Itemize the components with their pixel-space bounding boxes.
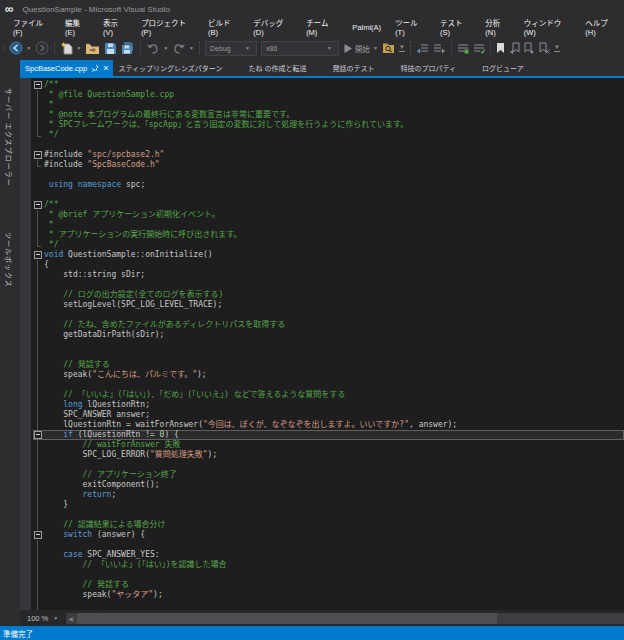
tab-label: 特技のプロパティ <box>400 63 456 73</box>
code-text: SPC_ANSWER answer; <box>44 410 150 420</box>
back-dropdown-caret[interactable]: ▼ <box>26 45 31 51</box>
new-project-dropdown-caret[interactable]: ▼ <box>76 45 81 51</box>
fold-toggle-icon[interactable] <box>33 530 44 540</box>
toolbar-grip-handle[interactable]: ⁞ <box>3 44 4 53</box>
menu-item-test[interactable]: テスト(S) <box>433 17 478 37</box>
scroll-left-arrow-icon[interactable]: ◀ <box>66 615 73 622</box>
code-text: // 発話する <box>44 360 110 370</box>
fold-guide <box>33 190 44 200</box>
toolbar-overflow-button[interactable]: ▼ <box>554 44 560 52</box>
next-bookmark-icon <box>524 42 535 54</box>
fold-guide <box>33 180 44 190</box>
new-project-button[interactable] <box>58 39 75 57</box>
code-line <box>33 190 624 200</box>
code-line: * @brief アプリケーション初期化イベント。 <box>33 210 624 220</box>
code-text: setLogLevel(SPC_LOG_LEVEL_TRACE); <box>44 300 222 310</box>
menu-item-file[interactable]: ファイル(F) <box>6 17 58 37</box>
tab-document-4[interactable]: 特技のプロパティ <box>395 60 461 76</box>
fold-guide <box>33 550 44 560</box>
side-tab-server-explorer[interactable]: サーバー エクスプローラー <box>4 88 14 187</box>
comment-out-button[interactable] <box>455 39 471 57</box>
redo-button[interactable] <box>170 39 188 57</box>
menu-item-tools[interactable]: ツール(T) <box>388 17 433 37</box>
toggle-bookmark-button[interactable] <box>494 39 507 57</box>
fold-guide <box>33 120 44 130</box>
redo-dropdown-caret[interactable]: ▼ <box>189 45 194 51</box>
menu-item-debug[interactable]: デバッグ(D) <box>246 17 299 37</box>
menu-item-edit[interactable]: 編集(E) <box>58 17 96 37</box>
start-debug-button[interactable]: 開始 <box>341 39 372 57</box>
save-button[interactable] <box>102 39 119 57</box>
code-text: /** <box>44 80 58 90</box>
fold-guide <box>33 210 44 220</box>
code-text: { <box>44 260 49 270</box>
code-line <box>33 380 624 390</box>
find-in-files-button[interactable] <box>380 39 397 57</box>
visual-studio-logo-icon: ∞ <box>5 3 14 15</box>
horizontal-scrollbar-thumb[interactable] <box>77 613 497 624</box>
fold-guide <box>33 220 44 230</box>
fold-toggle-icon[interactable] <box>33 430 44 440</box>
navigate-forward-list-button[interactable] <box>431 39 448 57</box>
code-line: SPC_ANSWER answer; <box>33 410 624 420</box>
save-all-button[interactable] <box>119 39 137 57</box>
fold-guide <box>33 480 44 490</box>
menu-item-analyze[interactable]: 分析(N) <box>478 17 516 37</box>
document-well: SpcBaseCode.cpp×スティップリングレンズパターンたね の作成と転送… <box>20 60 624 626</box>
code-line <box>33 460 624 470</box>
tab-active-document[interactable]: SpcBaseCode.cpp× <box>20 60 113 76</box>
fold-toggle-icon[interactable] <box>33 80 44 90</box>
tab-document-3[interactable]: 発話のテスト <box>327 60 379 76</box>
start-dropdown-caret[interactable]: ▼ <box>373 45 378 51</box>
menu-item-palmi[interactable]: Palmi(A) <box>345 23 388 32</box>
code-line: /** <box>33 200 624 210</box>
undo-button[interactable] <box>144 39 162 57</box>
toolbar: ⁞ ▼ ▼ ▼ ▼ Debug▼ x86▼ 開始 ▼ ▼ <box>0 36 624 60</box>
tab-document-2[interactable]: たね の作成と転送 <box>243 60 311 76</box>
solution-platform-combobox[interactable]: x86▼ <box>261 41 339 56</box>
window-title: QuestionSample - Microsoft Visual Studio <box>23 5 170 14</box>
code-line: long lQuestionRtn; <box>33 400 624 410</box>
code-text: * @file QuestionSample.cpp <box>44 90 174 100</box>
navigate-forward-button[interactable] <box>33 39 51 57</box>
next-bookmark-button[interactable] <box>522 39 537 57</box>
uncomment-button[interactable] <box>471 39 487 57</box>
menu-item-team[interactable]: チーム(M) <box>299 17 345 37</box>
undo-dropdown-caret[interactable]: ▼ <box>163 45 168 51</box>
code-line <box>33 510 624 520</box>
navigate-back-button[interactable] <box>7 39 25 57</box>
fold-toggle-icon[interactable] <box>33 250 44 260</box>
code-line: } <box>33 500 624 510</box>
side-tab-toolbox[interactable]: ツールボックス <box>4 232 14 288</box>
fold-guide <box>33 380 44 390</box>
pin-icon[interactable] <box>91 64 99 73</box>
close-icon[interactable]: × <box>103 64 108 73</box>
menu-item-window[interactable]: ウィンドウ(W) <box>517 17 579 37</box>
fold-guide <box>33 560 44 570</box>
fold-toggle-icon[interactable] <box>33 200 44 210</box>
code-line: * SPCフレームワークは、「spcApp」と言う固定の変数に対して処理を行うよ… <box>33 120 624 130</box>
open-file-button[interactable] <box>83 39 102 57</box>
menu-item-view[interactable]: 表示(V) <box>96 17 134 37</box>
code-line: * <box>33 100 624 110</box>
toolbar-separator <box>490 41 491 55</box>
code-editor[interactable]: /** * @file QuestionSample.cpp * * @note… <box>20 78 624 610</box>
prev-bookmark-button[interactable] <box>507 39 522 57</box>
fold-guide <box>33 370 44 380</box>
fold-toggle-icon[interactable] <box>33 150 44 160</box>
zoom-level-combobox[interactable]: 100 % ▼ <box>24 614 63 623</box>
menu-item-build[interactable]: ビルド(B) <box>201 17 246 37</box>
navigate-backward-list-button[interactable] <box>414 39 431 57</box>
tab-document-5[interactable]: ログビューア <box>477 60 529 76</box>
code-line: */ <box>33 240 624 250</box>
menu-item-project[interactable]: プロジェクト(P) <box>134 17 201 37</box>
code-line: { <box>33 260 624 270</box>
solution-configuration-combobox[interactable]: Debug▼ <box>205 41 257 56</box>
horizontal-scrollbar[interactable]: ◀ <box>66 613 624 624</box>
toolbar-overflow-button[interactable]: ▼ <box>399 44 405 52</box>
tab-document-1[interactable]: スティップリングレンズパターン <box>113 60 227 76</box>
code-text: switch (answer) { <box>44 530 145 540</box>
menu-item-help[interactable]: ヘルプ(H) <box>578 17 624 37</box>
clear-bookmarks-button[interactable] <box>537 39 552 57</box>
menu-bar: ファイル(F)編集(E)表示(V)プロジェクト(P)ビルド(B)デバッグ(D)チ… <box>0 18 624 36</box>
